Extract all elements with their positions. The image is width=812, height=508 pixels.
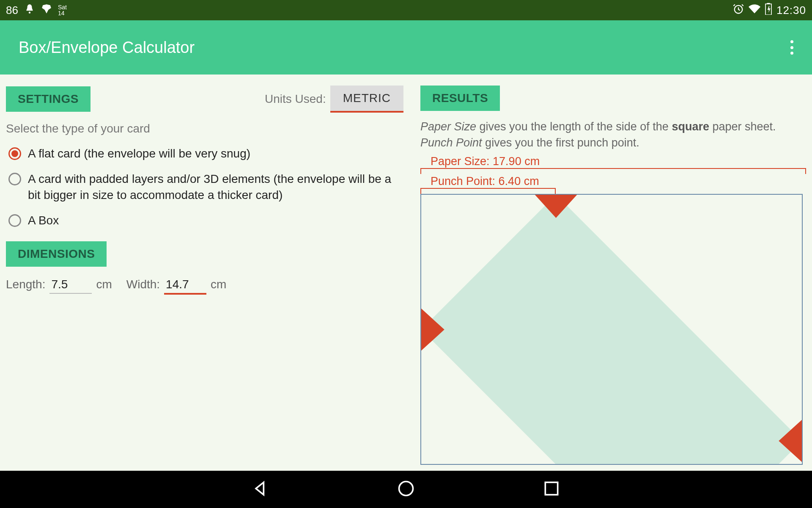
dimensions-block: DIMENSIONS Length: 7.5 cm Width: 14.7 cm	[6, 241, 403, 295]
width-unit: cm	[211, 278, 226, 291]
radio-label: A flat card (the envelope will be very s…	[28, 146, 250, 162]
nav-recent-icon[interactable]	[542, 479, 561, 500]
left-column: SETTINGS Units Used: METRIC Select the t…	[6, 86, 403, 471]
status-right: 12:30	[732, 3, 806, 17]
length-input[interactable]: 7.5	[49, 278, 92, 294]
content-area: SETTINGS Units Used: METRIC Select the t…	[0, 75, 812, 471]
app-notification-icon	[41, 3, 52, 17]
card-type-radio-group: A flat card (the envelope will be very s…	[6, 141, 403, 234]
wifi-icon	[749, 3, 760, 17]
envelope-diagram	[420, 194, 803, 465]
radio-flat-card[interactable]: A flat card (the envelope will be very s…	[6, 141, 403, 167]
dimensions-row: Length: 7.5 cm Width: 14.7 cm	[6, 278, 403, 295]
svg-rect-10	[545, 482, 557, 494]
width-input[interactable]: 14.7	[164, 278, 206, 295]
nav-home-icon[interactable]	[397, 479, 415, 500]
status-number: 86	[6, 4, 18, 17]
paper-size-measure: Paper Size: 17.90 cm	[420, 155, 806, 174]
radio-padded-card[interactable]: A card with padded layers and/or 3D elem…	[6, 167, 403, 208]
right-column: RESULTS Paper Size gives you the length …	[420, 86, 806, 471]
punch-point-value: Punch Point: 6.40 cm	[420, 175, 806, 188]
status-time: 12:30	[776, 4, 806, 17]
units-used-label: Units Used:	[265, 92, 326, 106]
radio-label: A Box	[28, 213, 59, 229]
units-wrap: Units Used: METRIC	[265, 86, 403, 113]
length-label: Length:	[6, 278, 45, 291]
android-status-bar: 86 Sat 14 12:30	[0, 0, 812, 20]
nav-back-icon[interactable]	[251, 479, 270, 500]
length-unit: cm	[96, 278, 112, 291]
punch-point-measure: Punch Point: 6.40 cm	[420, 175, 806, 194]
results-description: Paper Size gives you the length of the s…	[420, 119, 806, 151]
units-toggle-button[interactable]: METRIC	[330, 86, 403, 113]
battery-charging-icon	[765, 3, 772, 17]
radio-icon	[8, 173, 21, 185]
punch-point-term: Punch Point	[420, 136, 482, 149]
punch-point-bracket	[420, 188, 556, 194]
app-title: Box/Envelope Calculator	[19, 39, 195, 57]
dimensions-heading: DIMENSIONS	[6, 241, 107, 267]
alarm-icon	[732, 3, 744, 17]
paper-size-value: Paper Size: 17.90 cm	[420, 155, 806, 168]
app-bar: Box/Envelope Calculator	[0, 20, 812, 75]
svg-marker-4	[421, 195, 802, 465]
card-type-prompt: Select the type of your card	[6, 122, 403, 135]
svg-point-9	[399, 482, 413, 496]
results-heading: RESULTS	[420, 86, 500, 111]
settings-heading: SETTINGS	[6, 86, 91, 112]
width-label: Width:	[126, 278, 160, 291]
svg-rect-3	[767, 3, 770, 4]
settings-header-row: SETTINGS Units Used: METRIC	[6, 86, 403, 113]
radio-icon	[8, 214, 21, 227]
svg-point-0	[29, 12, 30, 14]
status-left: 86 Sat 14	[6, 3, 67, 17]
overflow-menu-icon[interactable]	[790, 40, 793, 55]
radio-icon	[8, 147, 21, 160]
radio-box[interactable]: A Box	[6, 208, 403, 234]
status-date: Sat 14	[58, 4, 67, 16]
notification-icon	[24, 3, 35, 17]
paper-size-bracket	[420, 168, 806, 174]
status-date-num: 14	[58, 10, 65, 17]
android-nav-bar	[0, 471, 812, 508]
paper-size-term: Paper Size	[420, 120, 476, 133]
radio-label: A card with padded layers and/or 3D elem…	[28, 171, 403, 203]
